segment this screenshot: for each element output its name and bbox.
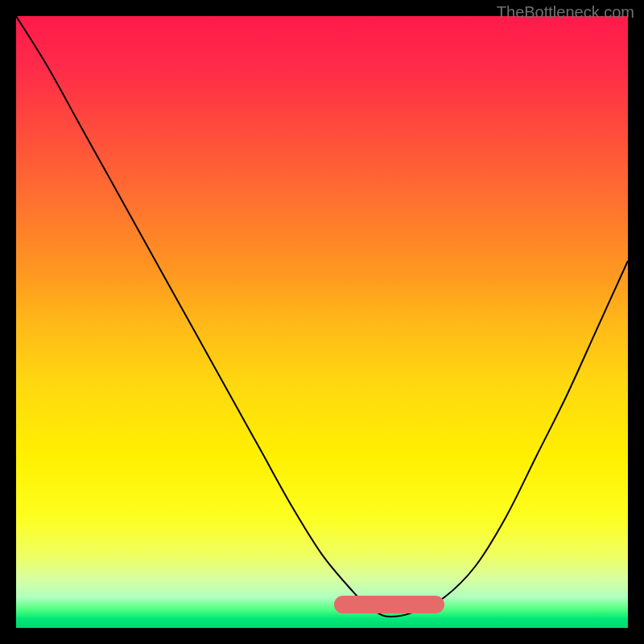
bottleneck-curve bbox=[16, 16, 628, 628]
optimal-range-marker bbox=[334, 596, 444, 613]
watermark-text: TheBottleneck.com bbox=[497, 3, 634, 22]
chart-plot-area bbox=[16, 16, 628, 628]
